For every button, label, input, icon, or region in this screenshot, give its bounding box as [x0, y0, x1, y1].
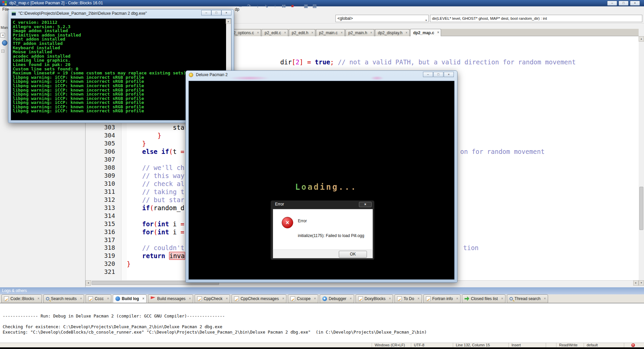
close-icon[interactable]: × — [282, 297, 284, 300]
search-icon — [509, 297, 513, 300]
minimize-button[interactable]: – — [201, 10, 211, 15]
page-pencil-icon — [4, 296, 9, 301]
tab-p2-edit-h[interactable]: p2_edit.h× — [289, 29, 315, 36]
minimize-button[interactable]: – — [423, 72, 433, 77]
close-icon[interactable]: × — [370, 31, 372, 35]
log-tab-search-results[interactable]: Search results× — [43, 294, 85, 303]
close-icon[interactable]: × — [143, 297, 145, 300]
log-tab-cppcheck-messages[interactable]: CppCheck messages× — [231, 294, 286, 303]
close-icon[interactable]: × — [456, 297, 458, 300]
close-button[interactable]: × — [221, 10, 231, 15]
run-to-cursor-icon[interactable]: ↷ — [245, 2, 253, 10]
close-button[interactable]: × — [630, 1, 640, 6]
close-icon[interactable]: × — [341, 31, 343, 35]
restore-button[interactable]: □ — [211, 10, 221, 15]
tab-dp2-map-c[interactable]: dp2_map.c× — [410, 29, 441, 36]
debug-continue-icon[interactable]: → — [236, 2, 244, 10]
close-icon[interactable]: × — [389, 297, 391, 300]
tab-p2-main-h[interactable]: p2_main.h× — [345, 29, 374, 36]
close-icon[interactable]: × — [311, 31, 313, 35]
debug-stop-icon[interactable]: ■ — [288, 2, 297, 10]
logs-panel-caption[interactable]: Logs & others — [0, 287, 644, 294]
log-tab-codeblocks[interactable]: Code::Blocks× — [1, 294, 42, 303]
close-button[interactable]: × — [444, 72, 454, 77]
next-line-icon[interactable]: ↓ — [254, 2, 262, 10]
vscroll-thumb[interactable] — [639, 187, 643, 230]
close-icon[interactable]: × — [107, 297, 109, 300]
status-encoding: UTF-8 — [411, 343, 453, 348]
step-into-icon[interactable]: ↘ — [262, 2, 270, 10]
minimize-button[interactable]: – — [607, 1, 617, 6]
page-pencil-icon — [397, 296, 402, 301]
tab-p2-main-c[interactable]: p2_main.c× — [316, 29, 344, 36]
scroll-up-icon[interactable]: ▲ — [639, 36, 644, 42]
log-tab-debugger[interactable]: Debugger× — [320, 294, 354, 303]
close-icon[interactable]: × — [359, 202, 372, 207]
log-tab-thread-search[interactable]: Thread search× — [507, 294, 548, 303]
step-out-icon[interactable]: ↑ — [271, 2, 279, 10]
log-tab-doxyblocks[interactable]: DoxyBlocks× — [356, 294, 393, 303]
codeblocks-main-window: dp2_map.c [Deluxe Pacman 2] - Code::Bloc… — [0, 0, 644, 349]
chevron-down-icon: ▼ — [425, 17, 427, 22]
editor-tabs: p2_options.c× p2_edit.c× p2_edit.h× p2_m… — [228, 29, 442, 36]
debug-pause-icon[interactable]: ▮▮ — [280, 2, 288, 10]
restore-button[interactable]: □ — [619, 1, 629, 6]
close-icon[interactable]: × — [544, 297, 546, 300]
close-icon[interactable]: × — [284, 31, 286, 35]
log-tab-cccc[interactable]: Cccc× — [86, 294, 111, 303]
editor-vertical-scrollbar[interactable]: ▲ ▼ — [639, 36, 644, 286]
log-error-icon: × — [631, 343, 635, 347]
close-icon[interactable]: × — [406, 31, 408, 35]
page-pencil-icon — [197, 296, 202, 301]
scroll-right-icon[interactable]: ► — [633, 280, 639, 286]
close-icon[interactable]: × — [501, 297, 503, 300]
scroll-up-icon[interactable]: ▲ — [226, 19, 231, 24]
close-icon[interactable]: × — [80, 297, 82, 300]
close-icon[interactable]: × — [38, 297, 40, 300]
logs-tabs: Code::Blocks× Search results× Cccc× Buil… — [1, 294, 549, 303]
close-icon[interactable]: × — [226, 297, 228, 300]
log-tab-cscope[interactable]: Cscope× — [288, 294, 318, 303]
close-icon[interactable]: × — [418, 297, 420, 300]
error-dialog-footer: OK — [273, 249, 373, 258]
log-tab-closed-files-list[interactable]: Closed files list× — [462, 294, 505, 303]
scope-combobox[interactable]: <global> ▼ — [335, 15, 429, 22]
debugging-windows-icon[interactable]: ▣ — [302, 2, 310, 10]
info-windows-icon[interactable]: ▤ — [311, 2, 319, 10]
tree-expand-icon[interactable]: + — [1, 50, 4, 53]
log-tab-build-log[interactable]: Build log× — [113, 294, 147, 303]
status-profile: default — [584, 343, 624, 348]
status-spacer — [546, 343, 556, 348]
game-window-title: Deluxe Pacman 2 — [196, 72, 228, 77]
glass-reflection — [370, 76, 384, 80]
scroll-down-icon[interactable]: ▼ — [639, 280, 644, 286]
close-icon[interactable]: × — [189, 297, 191, 300]
symbol-combobox[interactable]: dir(LEVEL* level, GHOST* ghost, MAP* des… — [430, 15, 642, 22]
close-icon[interactable]: × — [257, 31, 259, 35]
tab-dp2-display-h[interactable]: dp2_display.h× — [375, 29, 410, 36]
scroll-left-icon[interactable]: ◄ — [86, 280, 91, 286]
gear-icon — [115, 296, 120, 301]
error-dialog-body: × Error initialize(1175): Failed to load… — [273, 209, 373, 249]
bug-icon — [322, 296, 327, 301]
console-window-title: "C:\Develop\Projects\Deluxe_Pacman_2\bin… — [18, 11, 147, 16]
symbol-combobox-value: dir(LEVEL* level, GHOST* ghost, MAP* des… — [432, 16, 547, 20]
projects-home-icon[interactable] — [2, 40, 7, 46]
log-tab-build-messages[interactable]: Build messages× — [148, 294, 193, 303]
status-insert-mode: Insert — [508, 343, 546, 348]
log-tab-to-do[interactable]: To Do× — [394, 294, 422, 303]
status-readwrite: Read/Write — [556, 343, 584, 348]
close-icon[interactable]: × — [314, 297, 316, 300]
log-tab-fortran-info[interactable]: Fortran info× — [423, 294, 461, 303]
error-dialog[interactable]: Error × × Error initialize(1175): Failed… — [270, 200, 375, 260]
close-icon[interactable]: × — [437, 31, 439, 35]
error-message: initialize(1175): Failed to load Pill.og… — [298, 233, 364, 238]
tab-p2-edit-c[interactable]: p2_edit.c× — [262, 29, 288, 36]
close-icon[interactable]: × — [350, 297, 352, 300]
restore-button[interactable]: □ — [433, 72, 443, 77]
panel-scroll-left-icon[interactable]: ◄ — [0, 33, 5, 38]
page-pencil-icon — [426, 296, 431, 301]
log-tab-cppcheck[interactable]: CppCheck× — [195, 294, 230, 303]
ok-button[interactable]: OK — [339, 251, 367, 258]
main-titlebar[interactable]: dp2_map.c [Deluxe Pacman 2] - Code::Bloc… — [0, 0, 644, 6]
